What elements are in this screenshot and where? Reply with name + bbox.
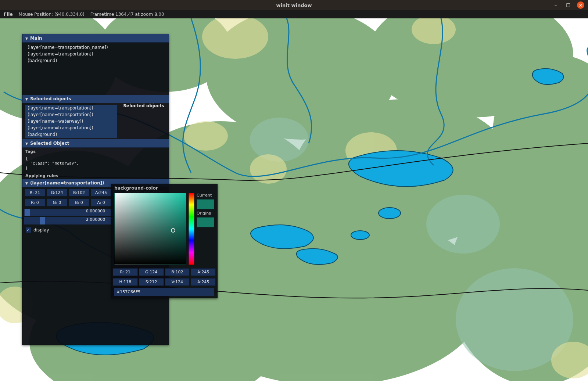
picker-r-input[interactable]: R: 21 <box>113 268 138 276</box>
color-picker-title: background-color <box>111 184 217 191</box>
selected-objects-list: Selected objects (layer[name=transportat… <box>22 103 169 139</box>
rgba-b-input[interactable]: B: 0 <box>69 199 89 206</box>
menubar: File Mouse Position: (940.0,334.0) Frame… <box>0 10 588 18</box>
display-checkbox[interactable]: ✓ <box>25 227 31 233</box>
picker-hex-input[interactable]: #157C66F5 <box>114 288 214 296</box>
list-item[interactable]: (background) <box>25 57 166 64</box>
picker-h-input[interactable]: H:118 <box>113 278 138 286</box>
list-item[interactable]: (layer[name=transportation]) <box>25 125 117 131</box>
main-section-title: Main <box>30 36 42 41</box>
svg-point-14 <box>250 118 309 162</box>
chevron-down-icon <box>25 96 28 101</box>
status-frametime: Frametime 1364.47 at zoom 8.00 <box>90 12 164 17</box>
window-title: winit window <box>276 3 312 8</box>
rgba-g-input[interactable]: G:124 <box>47 189 67 197</box>
minimize-button[interactable]: – <box>552 1 559 9</box>
picker-hsva-row: H:118 S:212 V:124 A:245 <box>111 277 217 287</box>
list-item[interactable]: (layer[name=transportation]) <box>25 111 117 118</box>
original-swatch-label: Original <box>197 211 219 216</box>
selected-object-header[interactable]: Selected Object <box>22 139 169 148</box>
list-item[interactable]: (layer[name=transportation]) <box>25 105 117 111</box>
picker-a2-input[interactable]: A:245 <box>191 278 216 286</box>
current-color-swatch <box>197 199 214 209</box>
window-titlebar: winit window – ☐ ✕ <box>0 0 588 10</box>
picker-v-input[interactable]: V:124 <box>165 278 190 286</box>
list-item[interactable]: (background) <box>25 131 117 138</box>
maximize-button[interactable]: ☐ <box>564 1 572 9</box>
selected-objects-title: Selected objects <box>30 96 71 101</box>
tags-body: { "class": "motorway", } <box>22 155 169 172</box>
list-item[interactable]: (layer[name=transportation_name]) <box>25 44 166 51</box>
hue-slider[interactable] <box>189 193 194 265</box>
sv-picker-area[interactable] <box>114 193 186 265</box>
chevron-down-icon <box>25 141 28 146</box>
close-button[interactable]: ✕ <box>577 1 584 9</box>
applying-rules-label: Applying rules <box>22 172 169 179</box>
main-section-header[interactable]: Main <box>22 34 169 43</box>
rgba-a-input[interactable]: A:245 <box>91 189 111 197</box>
svg-point-23 <box>351 231 369 240</box>
display-label: display <box>33 227 49 233</box>
main-items-list: (layer[name=transportation_name]) (layer… <box>22 43 169 95</box>
selected-objects-header[interactable]: Selected objects <box>22 95 169 103</box>
layer-rule-title: (layer[name=transportation]) <box>30 180 104 186</box>
panel-color-picker: background-color Current Original R: 21 … <box>111 184 218 298</box>
current-swatch-label: Current <box>197 193 219 198</box>
rgba-g-input[interactable]: G: 0 <box>47 199 67 206</box>
rgba-a-input[interactable]: A: 0 <box>91 199 111 206</box>
tags-label: Tags <box>22 148 169 155</box>
rgba-r-input[interactable]: R: 21 <box>25 189 45 197</box>
chevron-down-icon <box>25 36 28 41</box>
picker-a-input[interactable]: A:245 <box>191 268 216 276</box>
svg-point-13 <box>426 195 500 254</box>
menu-file[interactable]: File <box>4 12 13 17</box>
original-color-swatch[interactable] <box>197 217 214 227</box>
picker-s-input[interactable]: S:212 <box>139 278 164 286</box>
picker-g-input[interactable]: G:124 <box>139 268 164 276</box>
svg-point-22 <box>379 208 401 219</box>
rgba-r-input[interactable]: R: 0 <box>25 199 45 206</box>
rgba-b-input[interactable]: B:102 <box>69 189 89 197</box>
picker-rgba-row: R: 21 G:124 B:102 A:245 <box>111 267 217 277</box>
selected-object-title: Selected Object <box>30 141 69 146</box>
list-item[interactable]: (layer[name=waterway]) <box>25 118 117 125</box>
list-item[interactable]: (layer[name=transportation]) <box>25 51 166 57</box>
selected-objects-side-label: Selected objects <box>123 103 164 108</box>
chevron-down-icon <box>25 180 28 186</box>
picker-b-input[interactable]: B:102 <box>165 268 190 276</box>
status-mouse-position: Mouse Position: (940.0,334.0) <box>19 12 85 17</box>
